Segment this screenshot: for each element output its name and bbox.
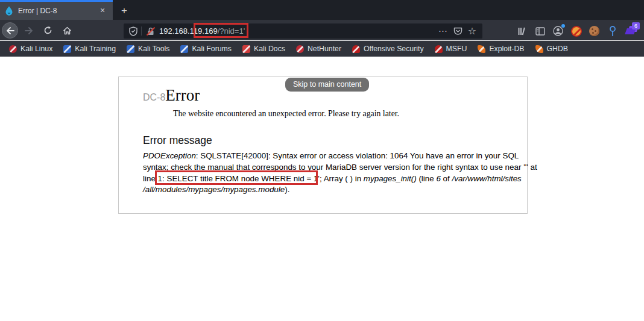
bookmark-label: GHDB bbox=[547, 45, 569, 53]
bookmark-item[interactable]: Kali Tools bbox=[121, 42, 175, 55]
back-button[interactable] bbox=[2, 22, 18, 39]
annotation-box-sql-query bbox=[155, 170, 318, 185]
bookmark-favicon-icon bbox=[9, 45, 17, 53]
tracking-protection-shield-icon[interactable] bbox=[129, 26, 137, 36]
account-notification-dot bbox=[561, 24, 565, 28]
bookmark-item[interactable]: Kali Training bbox=[58, 42, 121, 55]
sidebar-toggle-button[interactable] bbox=[534, 25, 546, 37]
tab-close-icon[interactable]: × bbox=[97, 5, 108, 16]
error-line-1: PDOException: SQLSTATE[42000]: Syntax er… bbox=[143, 151, 537, 162]
site-name[interactable]: DC-8 bbox=[143, 92, 165, 103]
bookmark-favicon-icon bbox=[63, 45, 71, 53]
blocked-cookie-icon bbox=[571, 26, 582, 37]
bookmark-item[interactable]: Kali Forums bbox=[175, 42, 237, 55]
error-intro-text: The website encountered an unexpected er… bbox=[173, 109, 399, 119]
bookmark-favicon-icon bbox=[435, 45, 443, 53]
bookmark-label: NetHunter bbox=[308, 45, 341, 53]
url-bar[interactable]: 192.168.119.169/?nid=1' ⋯ ☆ bbox=[124, 23, 482, 39]
site-header: DC-8Error bbox=[143, 86, 200, 105]
pocket-button[interactable] bbox=[453, 26, 462, 36]
bookmark-favicon-icon bbox=[478, 45, 485, 53]
cookie-autodelete-extension-button[interactable] bbox=[570, 25, 582, 37]
bookmark-star-button[interactable]: ☆ bbox=[468, 26, 476, 36]
browser-tab[interactable]: Error | DC-8 × bbox=[0, 0, 113, 20]
bookmark-label: MSFU bbox=[446, 45, 467, 53]
bookmark-favicon-icon bbox=[535, 45, 543, 53]
cookie-manager-extension-button[interactable] bbox=[589, 25, 600, 37]
library-button[interactable] bbox=[516, 25, 528, 37]
bookmark-favicon-icon bbox=[127, 45, 134, 53]
web-page: Skip to main content DC-8Error The websi… bbox=[0, 57, 644, 321]
bookmark-label: Kali Linux bbox=[21, 45, 52, 53]
site-identity[interactable] bbox=[124, 23, 159, 39]
bookmark-item[interactable]: Kali Docs bbox=[237, 42, 291, 55]
bookmark-label: Offensive Security bbox=[364, 45, 424, 53]
bookmark-favicon-icon bbox=[242, 45, 250, 53]
bookmark-item[interactable]: NetHunter bbox=[291, 42, 347, 55]
skip-to-main-content-link[interactable]: Skip to main content bbox=[285, 78, 369, 92]
extension-badge: 6 bbox=[632, 22, 640, 30]
bookmark-item[interactable]: Exploit-DB bbox=[472, 42, 529, 55]
bookmark-label: Kali Forums bbox=[192, 45, 232, 53]
hacktools-extension-button[interactable]: 6 bbox=[625, 25, 636, 37]
error-message-heading: Error message bbox=[143, 134, 212, 147]
bookmark-favicon-icon bbox=[296, 45, 304, 53]
tab-bar: Error | DC-8 × + bbox=[0, 0, 644, 20]
tab-title: Error | DC-8 bbox=[18, 7, 97, 15]
bookmark-label: Kali Tools bbox=[138, 45, 169, 53]
forward-button[interactable] bbox=[21, 22, 37, 39]
bookmark-item[interactable]: Kali Linux bbox=[4, 42, 58, 55]
cookie-icon bbox=[589, 26, 599, 36]
bookmark-item[interactable]: Offensive Security bbox=[347, 42, 429, 55]
account-button[interactable] bbox=[552, 25, 564, 37]
bookmark-label: Kali Training bbox=[75, 45, 116, 53]
bookmark-label: Kali Docs bbox=[254, 45, 285, 53]
bookmark-item[interactable]: MSFU bbox=[429, 42, 473, 55]
bookmark-favicon-icon bbox=[352, 45, 360, 53]
page-actions-button[interactable]: ⋯ bbox=[438, 26, 448, 37]
home-button[interactable] bbox=[59, 22, 75, 39]
error-line-4: /all/modules/mypages/mypages.module). bbox=[143, 184, 537, 196]
annotation-box-url-parameter bbox=[194, 23, 248, 38]
bookmark-label: Exploit-DB bbox=[489, 45, 524, 53]
reload-button[interactable] bbox=[40, 22, 56, 39]
bookmark-favicon-icon bbox=[180, 45, 188, 53]
identity-separator bbox=[141, 26, 142, 36]
page-title: Error bbox=[165, 86, 200, 105]
drupal-favicon-icon bbox=[5, 6, 13, 16]
proxy-key-extension-button[interactable] bbox=[607, 25, 618, 37]
bookmarks-toolbar: Kali Linux Kali Training Kali Tools Kali… bbox=[0, 41, 644, 57]
new-tab-button[interactable]: + bbox=[116, 2, 133, 20]
insecure-lock-icon[interactable] bbox=[146, 26, 156, 36]
bookmark-item[interactable]: GHDB bbox=[530, 42, 574, 55]
